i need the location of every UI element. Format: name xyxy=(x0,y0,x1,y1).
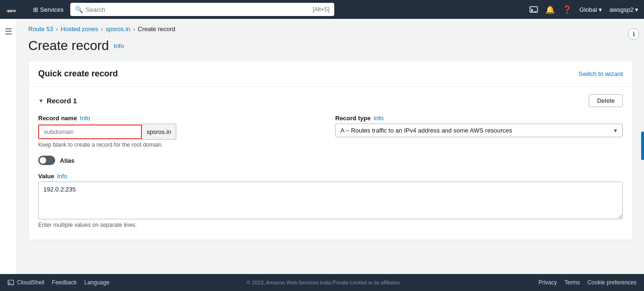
nav-right: 🔔 ❓ Global ▾ awsgsp2 ▾ xyxy=(529,5,638,14)
user-label: awsgsp2 xyxy=(610,6,634,13)
value-label: Value Info xyxy=(38,173,623,180)
quick-create-card: Quick create record Switch to wizard ▼ R… xyxy=(28,61,633,241)
breadcrumb-current: Create record xyxy=(138,25,175,33)
record-name-group: Record name Info spsros.in Keep blank to… xyxy=(38,115,326,148)
record-type-group: Record type Info A – Routes traffic to a… xyxy=(335,115,623,148)
cookie-link[interactable]: Cookie preferences xyxy=(587,279,636,286)
value-textarea-wrapper: 192.0.2.235 xyxy=(38,182,623,221)
card-title: Quick create record xyxy=(38,69,118,79)
app-layout: ☰ Route 53 › Hosted zones › spsros.in › … xyxy=(0,19,644,291)
breadcrumb-route53[interactable]: Route 53 xyxy=(28,25,53,33)
services-label: Services xyxy=(40,6,64,13)
page-info-link[interactable]: Info xyxy=(114,42,124,50)
toggle-track xyxy=(38,156,55,165)
toggle-knob xyxy=(40,157,46,164)
record-section: ▼ Record 1 Delete Record name Info xyxy=(29,87,632,240)
alias-label: Alias xyxy=(60,157,74,164)
value-info-link[interactable]: Info xyxy=(57,173,67,180)
alias-row: Alias xyxy=(38,156,623,165)
record-name-label-text: Record name xyxy=(38,115,77,122)
value-hint: Enter multiple values on separate lines. xyxy=(38,222,137,228)
scroll-indicator xyxy=(641,132,644,160)
breadcrumb-sep-2: › xyxy=(101,26,103,33)
record-type-label: Record type Info xyxy=(335,115,623,122)
record-name-input-row: spsros.in xyxy=(38,124,326,140)
breadcrumb-sep-3: › xyxy=(133,26,135,33)
card-header: Quick create record Switch to wizard xyxy=(29,61,632,87)
record-title-label: Record 1 xyxy=(47,97,77,105)
form-row-main: Record name Info spsros.in Keep blank to… xyxy=(38,115,623,148)
cloudshell-link[interactable]: CloudShell xyxy=(8,279,44,286)
grid-icon: ⊞ xyxy=(33,6,38,13)
footer-left: CloudShell Feedback Language xyxy=(8,279,109,286)
breadcrumb-sep-1: › xyxy=(56,26,58,33)
record-name-info-link[interactable]: Info xyxy=(80,115,90,122)
record-type-label-text: Record type xyxy=(335,115,371,122)
top-nav: ⊞ Services 🔍 [Alt+S] 🔔 ❓ Global ▾ awsgsp… xyxy=(0,0,644,19)
record-title: ▼ Record 1 xyxy=(38,97,77,105)
record-type-select[interactable]: A – Routes traffic to an IPv4 address an… xyxy=(335,124,623,137)
feedback-link[interactable]: Feedback xyxy=(52,279,77,286)
record-name-input[interactable] xyxy=(38,125,142,139)
info-circle-button[interactable]: ℹ xyxy=(628,28,639,40)
user-menu[interactable]: awsgsp2 ▾ xyxy=(610,6,638,13)
breadcrumb-hosted-zones[interactable]: Hosted zones xyxy=(61,25,99,33)
user-chevron-icon: ▾ xyxy=(635,6,638,13)
record-type-info-link[interactable]: Info xyxy=(373,115,384,122)
svg-rect-0 xyxy=(530,7,537,12)
hamburger-button[interactable]: ☰ xyxy=(3,25,14,39)
region-chevron-icon: ▾ xyxy=(599,6,602,13)
page-title: Create record xyxy=(28,38,109,53)
search-bar[interactable]: 🔍 [Alt+S] xyxy=(70,3,334,16)
sidebar-toggle: ☰ xyxy=(0,19,17,291)
footer-copyright: © 2023, Amazon Web Services India Privat… xyxy=(119,280,529,285)
region-selector[interactable]: Global ▾ xyxy=(579,6,602,13)
delete-button[interactable]: Delete xyxy=(589,94,623,107)
record-type-select-wrapper: A – Routes traffic to an IPv4 address an… xyxy=(335,124,623,137)
privacy-link[interactable]: Privacy xyxy=(538,279,557,286)
footer-right: Privacy Terms Cookie preferences xyxy=(538,279,636,286)
page-title-area: Create record Info xyxy=(17,36,644,61)
region-label: Global xyxy=(579,6,597,13)
terms-link[interactable]: Terms xyxy=(564,279,580,286)
main-content: Route 53 › Hosted zones › spsros.in › Cr… xyxy=(17,19,644,291)
value-textarea[interactable]: 192.0.2.235 xyxy=(38,182,623,219)
search-icon: 🔍 xyxy=(75,6,83,13)
aws-logo[interactable] xyxy=(6,4,23,15)
services-menu[interactable]: ⊞ Services xyxy=(30,4,66,15)
domain-suffix: spsros.in xyxy=(142,124,176,140)
breadcrumb: Route 53 › Hosted zones › spsros.in › Cr… xyxy=(17,19,644,36)
help-icon[interactable]: ❓ xyxy=(562,5,572,14)
record-header: ▼ Record 1 Delete xyxy=(38,94,623,107)
record-name-label: Record name Info xyxy=(38,115,326,122)
bell-icon[interactable]: 🔔 xyxy=(545,5,555,14)
search-input[interactable] xyxy=(86,6,310,13)
collapse-icon[interactable]: ▼ xyxy=(38,98,44,104)
cloudshell-label: CloudShell xyxy=(17,279,44,286)
value-row: Value Info 192.0.2.235 Enter multiple va… xyxy=(38,173,623,228)
cloud-shell-icon[interactable] xyxy=(529,5,538,14)
breadcrumb-domain[interactable]: spsros.in xyxy=(106,25,130,33)
switch-wizard-link[interactable]: Switch to wizard xyxy=(578,70,623,77)
footer: CloudShell Feedback Language © 2023, Ama… xyxy=(0,274,644,291)
value-label-text: Value xyxy=(38,173,54,180)
language-link[interactable]: Language xyxy=(84,279,109,286)
alias-toggle[interactable] xyxy=(38,156,55,165)
record-name-hint: Keep blank to create a record for the ro… xyxy=(38,141,326,148)
search-hint: [Alt+S] xyxy=(313,6,330,13)
